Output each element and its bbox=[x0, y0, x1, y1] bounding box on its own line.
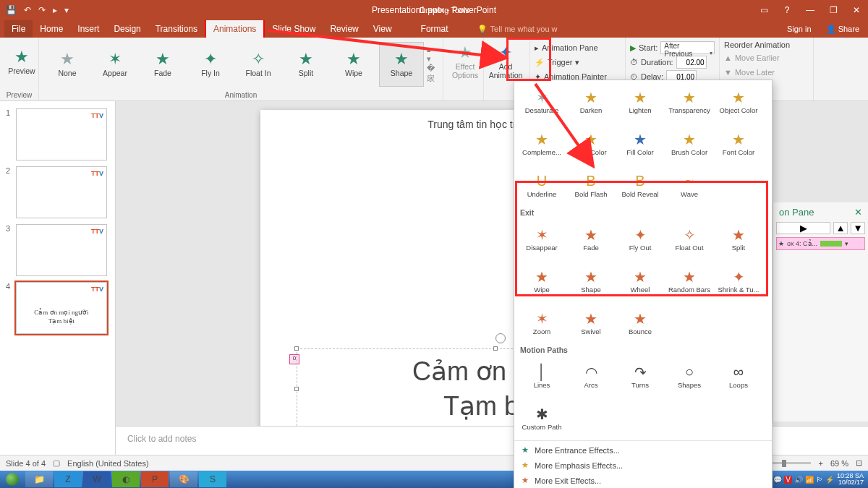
emph-lighten[interactable]: ★Lighten bbox=[616, 80, 665, 122]
motion-shapes[interactable]: ○Shapes bbox=[665, 355, 714, 397]
more-entrance[interactable]: ★More Entrance Effects... bbox=[514, 442, 772, 458]
exit-bounce[interactable]: ★Bounce bbox=[616, 301, 665, 343]
move-earlier-button[interactable]: ▲ Move Earlier bbox=[724, 51, 809, 65]
motion-arcs[interactable]: ◠Arcs bbox=[566, 355, 616, 397]
exit-zoom[interactable]: ✶Zoom bbox=[517, 301, 566, 343]
tab-home[interactable]: Home bbox=[33, 20, 70, 38]
anim-floatin[interactable]: ✧Float In bbox=[236, 42, 281, 87]
tab-format[interactable]: Format bbox=[414, 20, 456, 38]
undo-icon[interactable]: ↶ bbox=[24, 5, 31, 15]
emph-linecolor[interactable]: ★Line Color bbox=[566, 122, 616, 164]
zoom-level[interactable]: 69 % bbox=[830, 459, 848, 468]
exit-floatout[interactable]: ✧Float Out bbox=[665, 218, 714, 260]
tab-design[interactable]: Design bbox=[106, 20, 148, 38]
language-indicator[interactable]: English (United States) bbox=[67, 459, 149, 468]
motion-loops[interactable]: ∞Loops bbox=[714, 355, 763, 397]
emph-desaturate[interactable]: ✶Desaturate bbox=[517, 80, 566, 122]
share-button[interactable]: 👤 Share bbox=[826, 25, 859, 34]
trigger-button[interactable]: ⚡ Trigger ▾ bbox=[535, 55, 621, 69]
anim-flyin[interactable]: ✦Fly In bbox=[188, 42, 233, 87]
motion-lines[interactable]: │Lines bbox=[517, 355, 566, 397]
anim-fade[interactable]: ★Fade bbox=[140, 42, 185, 87]
spellcheck-icon[interactable]: ▢ bbox=[53, 458, 60, 468]
gallery-scroll-down-icon[interactable]: ▾ bbox=[427, 54, 437, 64]
rotate-handle[interactable] bbox=[495, 333, 506, 343]
pane-move-up[interactable]: ▲ bbox=[833, 222, 848, 234]
emph-boldreveal[interactable]: BBold Reveal bbox=[616, 164, 665, 206]
pane-close-icon[interactable]: ✕ bbox=[854, 207, 862, 218]
move-later-button[interactable]: ▼ Move Later bbox=[724, 65, 809, 80]
redo-icon[interactable]: ↷ bbox=[38, 5, 46, 15]
emph-objectcolor[interactable]: ★Object Color bbox=[714, 80, 763, 122]
exit-wipe[interactable]: ★Wipe bbox=[517, 260, 566, 301]
slide-thumbnails[interactable]: 1TTV 2TTV 3TTV 4 TTV Cảm ơn mọi người Tạ… bbox=[0, 101, 116, 455]
anim-split[interactable]: ★Split bbox=[284, 42, 328, 87]
preview-button[interactable]: ★ Preview bbox=[4, 39, 39, 85]
pane-animation-item[interactable]: ★ ox 4: Cả... ▾ bbox=[776, 237, 865, 250]
tab-view[interactable]: View bbox=[366, 20, 399, 38]
exit-wheel[interactable]: ★Wheel bbox=[616, 260, 665, 301]
qat-more-icon[interactable]: ▾ bbox=[64, 5, 69, 15]
emph-fontcolor[interactable]: ★Font Color bbox=[714, 122, 763, 164]
add-animation-button[interactable]: ✦ Add Animation bbox=[488, 39, 523, 85]
ribbon-options-icon[interactable]: ▭ bbox=[752, 0, 775, 20]
tab-transitions[interactable]: Transitions bbox=[148, 20, 205, 38]
tab-insert[interactable]: Insert bbox=[70, 20, 106, 38]
task-skype[interactable]: S bbox=[199, 471, 226, 487]
task-word[interactable]: W bbox=[83, 471, 111, 487]
maximize-button[interactable]: ❐ bbox=[822, 0, 845, 20]
thumb-3[interactable]: TTV bbox=[16, 224, 107, 276]
task-explorer[interactable]: 📁 bbox=[25, 471, 53, 487]
tab-review[interactable]: Review bbox=[323, 20, 365, 38]
thumb-2[interactable]: TTV bbox=[16, 166, 107, 218]
start-button[interactable] bbox=[0, 471, 25, 488]
emph-brushcolor[interactable]: ★Brush Color bbox=[665, 122, 714, 164]
help-icon[interactable]: ? bbox=[775, 0, 799, 20]
close-button[interactable]: ✕ bbox=[845, 0, 868, 20]
motion-custom[interactable]: ✱Custom Path bbox=[517, 397, 566, 439]
exit-shape[interactable]: ★Shape bbox=[566, 260, 616, 301]
task-paint[interactable]: 🎨 bbox=[170, 471, 197, 487]
pane-move-down[interactable]: ▼ bbox=[851, 222, 865, 234]
tray-clock[interactable]: 10:28 SA10/02/17 bbox=[837, 473, 864, 487]
tab-slideshow[interactable]: Slide Show bbox=[265, 20, 323, 38]
exit-shrinkturn[interactable]: ✦Shrink & Tu... bbox=[714, 260, 763, 301]
anim-none[interactable]: ★None bbox=[45, 42, 90, 87]
start-dropdown[interactable]: After Previous bbox=[660, 41, 715, 54]
emph-fillcolor[interactable]: ★Fill Color bbox=[616, 122, 665, 164]
exit-flyout[interactable]: ✦Fly Out bbox=[616, 218, 665, 260]
emph-wave[interactable]: ~Wave bbox=[665, 164, 714, 206]
tell-me-search[interactable]: 💡 Tell me what you w bbox=[477, 20, 558, 38]
gallery-more-icon[interactable]: �扆 bbox=[427, 64, 437, 84]
task-zalo[interactable]: Z bbox=[54, 471, 82, 487]
anim-appear[interactable]: ✶Appear bbox=[93, 42, 137, 87]
minimize-button[interactable]: — bbox=[799, 0, 822, 20]
gallery-scroll-up-icon[interactable]: ▴ bbox=[427, 45, 437, 54]
save-icon[interactable]: 💾 bbox=[6, 5, 17, 15]
exit-randombars[interactable]: ★Random Bars bbox=[665, 260, 714, 301]
thumb-1[interactable]: TTV bbox=[16, 108, 107, 160]
fit-to-window-icon[interactable]: ⊡ bbox=[856, 458, 862, 468]
exit-disappear[interactable]: ✶Disappear bbox=[517, 218, 566, 260]
exit-split[interactable]: ★Split bbox=[714, 218, 763, 260]
pane-play-button[interactable]: ▶ bbox=[776, 222, 830, 234]
emph-underline[interactable]: UUnderline bbox=[517, 164, 566, 206]
emph-boldflash[interactable]: BBold Flash bbox=[566, 164, 616, 206]
motion-turns[interactable]: ↷Turns bbox=[616, 355, 665, 397]
animation-pane-button[interactable]: ▸ Animation Pane bbox=[535, 40, 621, 55]
start-from-beginning-icon[interactable]: ▸ bbox=[53, 5, 57, 15]
animation-gallery[interactable]: ★None ✶Appear ★Fade ✦Fly In ✧Float In ★S… bbox=[43, 39, 438, 90]
task-coccoc[interactable]: ◐ bbox=[112, 471, 140, 487]
effect-options-button[interactable]: ★ Effect Options bbox=[448, 39, 482, 85]
tab-file[interactable]: File bbox=[4, 20, 33, 38]
task-powerpoint[interactable]: P bbox=[141, 471, 169, 487]
more-emphasis[interactable]: ★More Emphasis Effects... bbox=[514, 458, 772, 473]
anim-shape[interactable]: ★Shape bbox=[379, 42, 424, 87]
exit-fade[interactable]: ★Fade bbox=[566, 218, 616, 260]
emph-darken[interactable]: ★Darken bbox=[566, 80, 616, 122]
thumb-4[interactable]: TTV Cảm ơn mọi người Tạm biệt bbox=[16, 282, 107, 334]
more-exit[interactable]: ★More Exit Effects... bbox=[514, 473, 772, 488]
zoom-in-icon[interactable]: + bbox=[818, 459, 822, 468]
anim-wipe[interactable]: ★Wipe bbox=[331, 42, 376, 87]
emph-complementary[interactable]: ★Compleme... bbox=[517, 122, 566, 164]
